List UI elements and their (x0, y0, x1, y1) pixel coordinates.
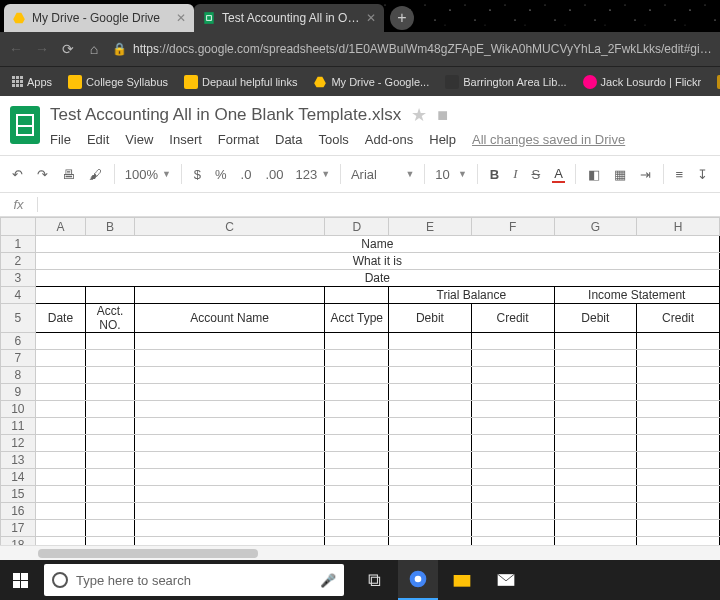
cell[interactable] (389, 469, 472, 486)
cell[interactable] (637, 367, 720, 384)
menu-data[interactable]: Data (275, 132, 302, 147)
cell[interactable] (134, 401, 325, 418)
bookmark-item[interactable]: Purdu (713, 73, 720, 91)
grid-row[interactable]: 10 (1, 401, 720, 418)
row-header[interactable]: 4 (1, 287, 36, 304)
cell[interactable] (554, 503, 637, 520)
cell[interactable] (86, 435, 135, 452)
browser-tab-drive[interactable]: My Drive - Google Drive ✕ (4, 4, 194, 32)
cell[interactable] (35, 520, 85, 537)
grid-row[interactable]: 17 (1, 520, 720, 537)
cell[interactable] (86, 401, 135, 418)
cell[interactable] (35, 350, 85, 367)
cell[interactable] (325, 503, 389, 520)
cell[interactable] (637, 384, 720, 401)
cell[interactable] (86, 367, 135, 384)
cell[interactable] (554, 367, 637, 384)
grid-row[interactable]: 16 (1, 503, 720, 520)
cell[interactable] (389, 384, 472, 401)
cell[interactable] (471, 418, 554, 435)
forward-button[interactable]: → (34, 41, 50, 57)
grid-row[interactable]: 4Trial BalanceIncome Statement (1, 287, 720, 304)
currency-button[interactable]: $ (192, 165, 203, 184)
cell[interactable] (554, 537, 637, 546)
col-header[interactable]: G (554, 218, 637, 236)
cell[interactable] (637, 435, 720, 452)
url-field[interactable]: 🔒https://docs.google.com/spreadsheets/d/… (112, 42, 712, 56)
col-header[interactable]: H (637, 218, 720, 236)
cell[interactable]: Credit (471, 304, 554, 333)
cell[interactable] (325, 287, 389, 304)
strike-button[interactable]: S (529, 165, 542, 184)
cell[interactable] (86, 350, 135, 367)
cell[interactable] (86, 469, 135, 486)
cell[interactable] (325, 435, 389, 452)
menu-addons[interactable]: Add-ons (365, 132, 413, 147)
cell[interactable] (389, 418, 472, 435)
cell[interactable] (471, 350, 554, 367)
cell[interactable] (35, 469, 85, 486)
row-header[interactable]: 6 (1, 333, 36, 350)
cell[interactable]: Date (35, 304, 85, 333)
cell[interactable] (637, 418, 720, 435)
grid-row[interactable]: 12 (1, 435, 720, 452)
cell[interactable] (86, 520, 135, 537)
cell[interactable] (554, 418, 637, 435)
row-header[interactable]: 11 (1, 418, 36, 435)
cell[interactable] (35, 401, 85, 418)
cell[interactable] (35, 452, 85, 469)
cell[interactable] (554, 520, 637, 537)
cell[interactable] (134, 333, 325, 350)
star-icon[interactable]: ★ (411, 104, 427, 126)
align-button[interactable]: ≡ (673, 165, 685, 184)
cell[interactable] (637, 486, 720, 503)
select-all-corner[interactable] (1, 218, 36, 236)
cell[interactable] (637, 537, 720, 546)
redo-button[interactable]: ↷ (35, 165, 50, 184)
grid-row[interactable]: 7 (1, 350, 720, 367)
cell[interactable] (389, 401, 472, 418)
cell[interactable] (471, 503, 554, 520)
cell[interactable] (134, 469, 325, 486)
cell[interactable] (35, 287, 85, 304)
col-header[interactable]: E (389, 218, 472, 236)
cell[interactable] (637, 520, 720, 537)
cell[interactable] (86, 486, 135, 503)
cell[interactable] (86, 452, 135, 469)
undo-button[interactable]: ↶ (10, 165, 25, 184)
close-icon[interactable]: ✕ (176, 11, 186, 25)
cell[interactable]: Credit (637, 304, 720, 333)
cell[interactable] (389, 520, 472, 537)
menu-edit[interactable]: Edit (87, 132, 109, 147)
row-header[interactable]: 15 (1, 486, 36, 503)
fill-color-button[interactable]: ◧ (586, 165, 602, 184)
percent-button[interactable]: % (213, 165, 229, 184)
cell[interactable] (35, 503, 85, 520)
row-header[interactable]: 1 (1, 236, 36, 253)
cell[interactable] (86, 333, 135, 350)
cell[interactable] (471, 367, 554, 384)
cell[interactable] (389, 367, 472, 384)
cell[interactable] (86, 418, 135, 435)
menu-file[interactable]: File (50, 132, 71, 147)
cell[interactable] (554, 384, 637, 401)
cell[interactable] (325, 367, 389, 384)
bookmark-item[interactable]: Barrington Area Lib... (441, 73, 570, 91)
row-header[interactable]: 10 (1, 401, 36, 418)
cell[interactable] (389, 503, 472, 520)
browser-tab-sheets[interactable]: Test Accounting All in One Blank ✕ (194, 4, 384, 32)
cell[interactable] (471, 435, 554, 452)
bookmark-item[interactable]: My Drive - Google... (309, 73, 433, 91)
spreadsheet-grid[interactable]: A B C D E F G H 1Name2What it is3Date4Tr… (0, 217, 720, 545)
row-header[interactable]: 16 (1, 503, 36, 520)
mic-icon[interactable]: 🎤 (320, 573, 336, 588)
cell[interactable] (554, 452, 637, 469)
cell[interactable] (35, 418, 85, 435)
cell[interactable]: Income Statement (554, 287, 719, 304)
cell[interactable] (471, 520, 554, 537)
taskbar-explorer[interactable] (442, 560, 482, 600)
cell[interactable] (35, 537, 85, 546)
cell[interactable] (325, 452, 389, 469)
cell[interactable] (134, 537, 325, 546)
grid-row[interactable]: 13 (1, 452, 720, 469)
